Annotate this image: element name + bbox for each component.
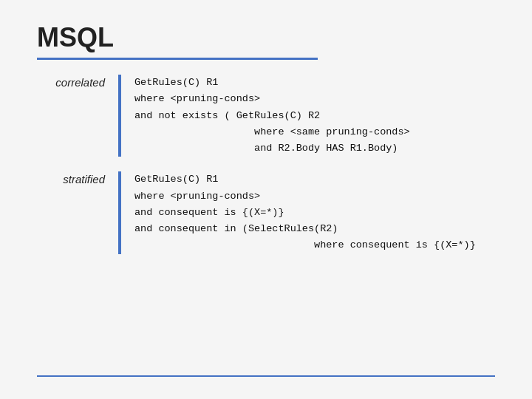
correlated-section: correlated GetRules(C) R1 where <pruning… xyxy=(37,75,495,157)
correlated-code: GetRules(C) R1 where <pruning-conds> and… xyxy=(134,75,410,157)
stratified-section: stratified GetRules(C) R1 where <pruning… xyxy=(37,171,495,253)
page-title: MSQL xyxy=(37,22,495,53)
bottom-line xyxy=(37,375,495,377)
stratified-label: stratified xyxy=(37,171,118,185)
content-area: correlated GetRules(C) R1 where <pruning… xyxy=(37,75,495,254)
title-underline xyxy=(37,58,318,60)
slide: MSQL correlated GetRules(C) R1 where <pr… xyxy=(0,0,532,399)
correlated-label: correlated xyxy=(37,75,118,89)
section-divider-correlated xyxy=(118,75,121,157)
section-divider-stratified xyxy=(118,171,121,253)
stratified-code: GetRules(C) R1 where <pruning-conds> and… xyxy=(134,171,476,253)
title-area: MSQL xyxy=(37,22,495,60)
